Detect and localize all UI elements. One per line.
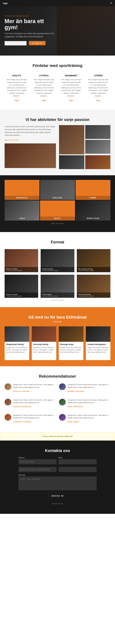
- aktiviteter-link[interactable]: Bilder från Freepik: [4, 139, 18, 141]
- format-card-4[interactable]: Hela kroppen Ut aenin ad minim veniam.: [41, 275, 74, 298]
- join-arrow-3[interactable]: →: [87, 355, 91, 358]
- form-group-message: Message: [18, 474, 97, 490]
- join-card-2: Massage terapi Sample text. Click to sel…: [59, 326, 83, 360]
- fordel-grid: Agility Sem integer viae justo eget magn…: [4, 73, 111, 104]
- form-group-phone: [18, 466, 57, 472]
- rekom-name-4: KONTAKT HUGSON: [13, 421, 31, 423]
- phone-input[interactable]: [18, 467, 57, 472]
- fordel-card-styrka: Styrka Sem integer viae justo eget magna…: [32, 73, 56, 104]
- aktiviteter-text: Lorem ipsum dolor sit amet, consectetur …: [4, 125, 56, 137]
- format-card-0[interactable]: Styrka & Pilates Ut aenin ad minim venia…: [4, 249, 38, 272]
- join-text-2: Sample text. Click to select the text bo…: [60, 346, 82, 353]
- zip-input[interactable]: [58, 467, 97, 472]
- dark-card-bastu[interactable]: BASTU: [40, 200, 75, 220]
- join-text-1: Sample text. Click to select the text bo…: [33, 346, 55, 353]
- fordel-text-3: Sem integer viae justo eget magna fermen…: [88, 78, 109, 97]
- rekom-text-4: Sample text. Click to select the text bo…: [13, 414, 56, 419]
- fordel-card-snabbhet: Snabbhet Sem integer viae justo eget mag…: [59, 73, 83, 104]
- kontakt-section: Kontakta oss Address State Message SKICK…: [0, 440, 115, 514]
- fordel-link-3[interactable]: MER: [96, 100, 100, 102]
- nav-menu-icon[interactable]: ≡: [110, 2, 112, 5]
- join-body-3: Snabba träningspass Sample text. Click t…: [86, 342, 111, 358]
- nav-logo[interactable]: logo: [3, 2, 8, 4]
- fordel-text-1: Sem integer viae justo eget magna fermen…: [33, 78, 55, 97]
- format-grid: Styrka & Pilates Ut aenin ad minim venia…: [4, 249, 111, 298]
- aktiviteter-section: Vi har aktiviteter för varje passion Lor…: [0, 110, 115, 175]
- submit-button[interactable]: SKICKA IN: [45, 493, 70, 499]
- editing-hint-text: Click to select the text box editing the: [3, 435, 112, 438]
- aktiv-img-5: [85, 155, 111, 169]
- address-input[interactable]: [18, 459, 57, 464]
- rekom-text-2: Sample text. Click to select the text bo…: [13, 399, 56, 404]
- dark-card-yoga[interactable]: YOGA: [4, 200, 39, 220]
- hero-join-button[interactable]: GÅ MED NU: [29, 41, 46, 46]
- fordel-title-3: Ström: [88, 74, 109, 77]
- join-img-0: [4, 326, 29, 342]
- rekom-name-0: STELLA LARSON: [13, 390, 29, 392]
- aktiviteter-heading: Vi har aktiviteter för varje passion: [4, 117, 111, 122]
- format-card-2[interactable]: Slå, sparka och flyg Ut aenin ad minim v…: [77, 249, 111, 272]
- dark-card-personlig[interactable]: PERSONLIG: [4, 180, 39, 200]
- join-arrow-0[interactable]: →: [6, 355, 10, 358]
- aktiv-img-1: [59, 125, 84, 154]
- aktiv-img-4: [59, 155, 84, 169]
- dark-card-zumba[interactable]: ZUMBA: [76, 180, 111, 200]
- hero-description: Vi tar fram ett program som möter dina s…: [4, 32, 57, 38]
- fordel-link-0[interactable]: MER: [15, 100, 19, 102]
- join-img-3: [86, 326, 111, 342]
- editing-hint-banner: Click to select the text box editing the: [0, 432, 115, 440]
- format-cap-5: Personlig träning Ut aenin ad minim veni…: [77, 292, 111, 298]
- format-sub-4: Ut aenin ad minim veniam.: [42, 295, 73, 297]
- rekom-card-0: Sample text. Click to select the text bo…: [4, 383, 56, 392]
- dark-card-exklusiv[interactable]: EXKLUSIV: [40, 180, 75, 200]
- fordel-card-agility: Agility Sem integer viae justo eget magn…: [4, 73, 29, 104]
- rekom-name-2: TOBIAS FRANKLIN: [13, 406, 31, 408]
- join-body-1: Personlig träning Sample text. Click to …: [32, 342, 57, 358]
- format-card-1[interactable]: Cykelrevolution Ut aenin ad minim veniam…: [41, 249, 74, 272]
- fordel-link-2[interactable]: MER: [69, 100, 73, 102]
- format-cap-4: Hela kroppen Ut aenin ad minim veniam.: [41, 292, 74, 298]
- rekom-card-3: Sample text. Click to select the text bo…: [59, 399, 111, 408]
- join-grid: Obegränsad träning Sample text. Click to…: [4, 326, 111, 360]
- hero-freepik-button[interactable]: Gå till Freepik: [4, 41, 27, 46]
- hero-content: CROSS FITNESS CLUB Mer än bara ett gym! …: [4, 15, 57, 47]
- join-img-1: [32, 326, 57, 342]
- rekom-body-2: Sample text. Click to select the text bo…: [13, 399, 56, 408]
- aktiv-img-2: [85, 125, 111, 139]
- fordel-link-1[interactable]: MER: [42, 100, 46, 102]
- navbar: logo ≡: [0, 0, 115, 6]
- rekom-card-4: Sample text. Click to select the text bo…: [4, 414, 56, 423]
- format-card-3[interactable]: Styrka & Cardio Ut aenin ad minim veniam…: [4, 275, 38, 298]
- hero-section: CROSS FITNESS CLUB Mer än bara ett gym! …: [0, 6, 115, 56]
- rekom-body-4: Sample text. Click to select the text bo…: [13, 414, 56, 423]
- address-label: Address: [18, 457, 57, 458]
- dark-card-oppet[interactable]: ÖPPET DYGN: [76, 200, 111, 220]
- format-card-5[interactable]: Personlig träning Ut aenin ad minim veni…: [77, 275, 111, 298]
- state-input[interactable]: [58, 459, 97, 464]
- fordel-card-strom: Ström Sem integer viae justo eget magna …: [86, 73, 111, 104]
- join-card-3: Snabba träningspass Sample text. Click t…: [86, 326, 111, 360]
- hero-tag: CROSS FITNESS CLUB: [4, 15, 57, 17]
- aktiviteter-images: [59, 125, 111, 169]
- join-body-0: Obegränsad träning Sample text. Click to…: [4, 342, 29, 358]
- join-arrow-2[interactable]: →: [60, 355, 64, 358]
- rekom-body-3: Sample text. Click to select the text bo…: [68, 399, 111, 408]
- hero-title: Mer än bara ett gym!: [4, 18, 57, 30]
- join-arrow-1[interactable]: →: [33, 355, 37, 358]
- aktiviteter-main-image: [4, 144, 56, 168]
- format-heading: Format: [4, 240, 111, 244]
- rekom-card-2: Sample text. Click to select the text bo…: [4, 399, 56, 408]
- join-card-0: Obegränsad träning Sample text. Click to…: [4, 326, 29, 360]
- format-sub-5: Ut aenin ad minim veniam.: [78, 295, 109, 297]
- format-cap-3: Styrka & Cardio Ut aenin ad minim veniam…: [4, 292, 38, 298]
- format-sub-2: Ut aenin ad minim veniam.: [78, 270, 109, 271]
- rekom-avatar-4: [4, 414, 11, 421]
- format-title-0: Styrka & Pilates: [6, 268, 37, 270]
- format-title-4: Hela kroppen: [42, 294, 73, 295]
- message-textarea[interactable]: [18, 476, 97, 490]
- rekom-avatar-5: [59, 414, 66, 421]
- join-title-3: Snabba träningspass: [87, 343, 109, 346]
- state-label: State: [58, 457, 97, 458]
- rekom-card-1: Sample text. Click to select the text bo…: [59, 383, 111, 392]
- dark-grid-section: PERSONLIG EXKLUSIV ZUMBA YOGA BASTU ÖPPE…: [0, 175, 115, 232]
